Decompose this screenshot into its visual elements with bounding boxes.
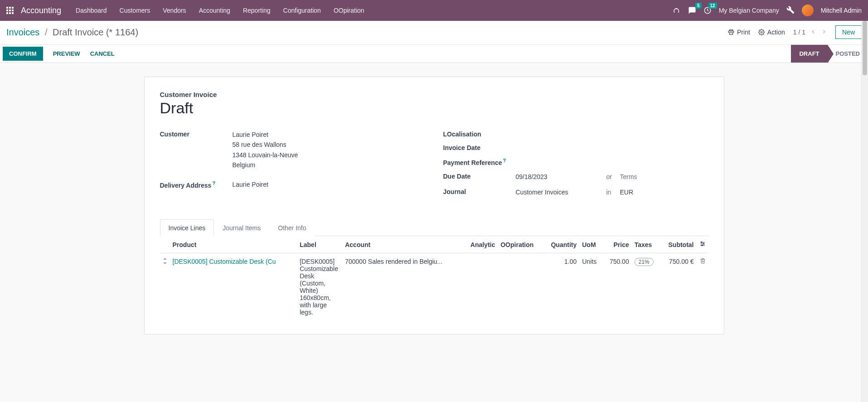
th-label[interactable]: Label [297, 236, 342, 253]
top-navbar: Accounting Dashboard Customers Vendors A… [0, 0, 868, 21]
svg-rect-2 [12, 7, 14, 9]
th-oopiration[interactable]: OOpiration [498, 236, 543, 253]
app-brand[interactable]: Accounting [21, 6, 61, 15]
user-menu[interactable]: Mitchell Admin [821, 7, 862, 14]
company-switcher[interactable]: My Belgian Company [719, 7, 779, 14]
table-row[interactable]: [DESK0005] Customizable Desk (Cu [DESK00… [160, 253, 708, 321]
avatar[interactable] [802, 5, 814, 16]
th-subtotal[interactable]: Subtotal [660, 236, 697, 253]
svg-rect-12 [730, 33, 733, 34]
support-icon[interactable] [673, 6, 681, 15]
control-bar: Invoices / Draft Invoice (* 1164) Print … [0, 21, 868, 45]
messages-icon[interactable]: 5 [688, 6, 696, 15]
svg-point-18 [703, 243, 704, 244]
nav-customers[interactable]: Customers [113, 7, 157, 14]
field-journal[interactable]: Customer Invoices [516, 187, 606, 197]
pager-prev-icon[interactable] [810, 29, 816, 36]
messages-badge: 5 [695, 3, 702, 9]
status-bar: CONFIRM PREVIEW CANCEL DRAFT POSTED [0, 45, 868, 63]
form-subtitle: Customer Invoice [160, 91, 708, 98]
cell-subtotal: 750.00 € [660, 253, 697, 321]
cell-uom[interactable]: Units [579, 253, 602, 321]
gear-icon [758, 29, 765, 35]
status-draft[interactable]: DRAFT [791, 45, 827, 63]
cell-tax[interactable]: 21% [635, 258, 654, 266]
cell-price[interactable]: 750.00 [603, 253, 632, 321]
activities-badge: 12 [708, 3, 717, 9]
svg-rect-6 [6, 12, 8, 14]
nav-accounting[interactable]: Accounting [193, 7, 237, 14]
apps-icon[interactable] [6, 6, 15, 15]
svg-rect-3 [6, 10, 8, 11]
field-due-date[interactable]: 09/18/2023 [516, 172, 606, 182]
form-sheet: Customer Invoice Draft Customer Laurie P… [144, 77, 724, 334]
th-analytic[interactable]: Analytic [463, 236, 498, 253]
th-quantity[interactable]: Quantity [543, 236, 579, 253]
th-account[interactable]: Account [342, 236, 462, 253]
breadcrumb: Invoices / Draft Invoice (* 1164) [6, 27, 138, 38]
scrollbar-thumb[interactable] [863, 21, 867, 75]
action-button[interactable]: Action [758, 29, 785, 36]
confirm-button[interactable]: CONFIRM [3, 47, 43, 61]
tab-journal-items[interactable]: Journal Items [214, 219, 269, 236]
delete-row-icon[interactable] [700, 258, 706, 265]
drag-handle-icon[interactable] [160, 253, 170, 321]
debug-icon[interactable] [786, 6, 795, 15]
pager-next-icon[interactable] [821, 29, 827, 36]
breadcrumb-root[interactable]: Invoices [6, 27, 39, 37]
help-icon[interactable]: ? [503, 158, 506, 163]
nav-vendors[interactable]: Vendors [156, 7, 192, 14]
label-invoice-date: Invoice Date [443, 143, 516, 151]
label-customer: Customer [160, 130, 233, 138]
form-tabs: Invoice Lines Journal Items Other Info [160, 219, 708, 236]
label-due-date: Due Date [443, 172, 516, 180]
svg-rect-7 [9, 12, 11, 14]
svg-rect-1 [9, 7, 11, 9]
svg-rect-5 [12, 10, 14, 11]
nav-reporting[interactable]: Reporting [237, 7, 277, 14]
label-delivery-address: Delivery Address? [160, 179, 233, 189]
tab-invoice-lines[interactable]: Invoice Lines [160, 219, 214, 236]
tab-other-info[interactable]: Other Info [269, 219, 315, 236]
nav-configuration[interactable]: Configuration [277, 7, 327, 14]
field-currency[interactable]: EUR [620, 187, 634, 197]
cell-analytic[interactable] [463, 253, 498, 321]
cell-label[interactable]: [DESK0005] Customizable Desk (Custom, Wh… [297, 253, 342, 321]
field-delivery-address[interactable]: Laurie Poiret [233, 179, 425, 189]
breadcrumb-current: Draft Invoice (* 1164) [53, 27, 138, 37]
svg-point-13 [761, 31, 762, 33]
cell-oopiration[interactable] [498, 253, 543, 321]
label-payment-ref: Payment Reference? [443, 157, 516, 166]
svg-point-17 [701, 242, 702, 243]
print-icon [728, 29, 734, 35]
print-button[interactable]: Print [728, 29, 750, 36]
th-product[interactable]: Product [170, 236, 297, 253]
svg-point-9 [676, 8, 677, 9]
pager-text[interactable]: 1 / 1 [793, 29, 805, 36]
columns-options-icon[interactable] [699, 241, 706, 248]
label-localisation: LOcalisation [443, 130, 516, 138]
svg-rect-4 [9, 10, 11, 11]
th-uom[interactable]: UoM [579, 236, 602, 253]
svg-rect-8 [12, 12, 14, 14]
svg-marker-20 [163, 258, 167, 260]
form-title: Draft [160, 99, 708, 117]
nav-oopiration[interactable]: OOpiration [327, 7, 371, 14]
cell-account[interactable]: 700000 Sales rendered in Belgiu... [342, 253, 462, 321]
svg-marker-21 [163, 262, 167, 264]
scrollbar[interactable] [861, 21, 868, 334]
th-price[interactable]: Price [603, 236, 632, 253]
nav-dashboard[interactable]: Dashboard [69, 7, 113, 14]
cancel-button[interactable]: CANCEL [90, 50, 115, 57]
field-customer[interactable]: Laurie Poiret 58 rue des Wallons 1348 Lo… [233, 130, 425, 170]
label-journal: Journal [443, 187, 516, 195]
pager: 1 / 1 [793, 29, 827, 36]
field-terms[interactable]: Terms [620, 172, 637, 182]
help-icon[interactable]: ? [212, 180, 215, 186]
th-taxes[interactable]: Taxes [632, 236, 660, 253]
cell-quantity[interactable]: 1.00 [543, 253, 579, 321]
preview-button[interactable]: PREVIEW [53, 50, 80, 57]
activities-icon[interactable]: 12 [703, 6, 712, 15]
cell-product[interactable]: [DESK0005] Customizable Desk (Cu [173, 258, 276, 265]
new-button[interactable]: New [835, 25, 862, 39]
